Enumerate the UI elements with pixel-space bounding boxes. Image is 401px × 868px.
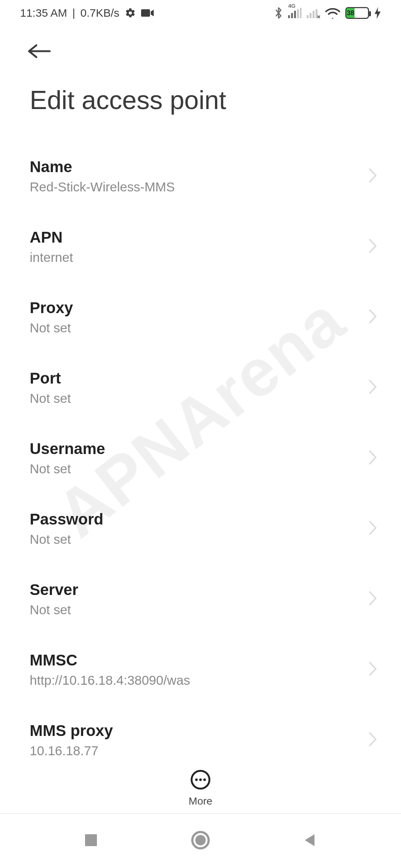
- chevron-right-icon: [368, 168, 378, 185]
- chevron-right-icon: [368, 591, 378, 608]
- row-label: Server: [30, 581, 78, 599]
- svg-rect-3: [294, 11, 296, 18]
- status-time: 11:35 AM: [20, 7, 67, 19]
- status-bar-left: 11:35 AM | 0.7KB/s: [20, 7, 154, 19]
- nav-recents-button[interactable]: [83, 832, 99, 850]
- row-label: Port: [30, 369, 71, 387]
- chevron-right-icon: [368, 379, 378, 396]
- status-bar-right: 4G 38: [275, 7, 381, 19]
- signal-4g-icon: 4G: [288, 8, 301, 18]
- row-label: Username: [30, 440, 105, 458]
- back-button[interactable]: [0, 33, 401, 70]
- status-data-rate: 0.7KB/s: [81, 7, 120, 19]
- svg-point-11: [195, 779, 198, 781]
- chevron-right-icon: [368, 520, 378, 537]
- row-label: Password: [30, 510, 103, 528]
- row-value: http://10.16.18.4:38090/was: [30, 673, 190, 688]
- circle-icon: [190, 830, 211, 851]
- camera-icon: [141, 9, 154, 17]
- svg-rect-5: [300, 8, 301, 18]
- row-password[interactable]: Password Not set: [0, 493, 401, 564]
- svg-rect-7: [310, 13, 312, 18]
- wifi-icon: [325, 7, 340, 19]
- battery-icon: 38: [345, 7, 369, 19]
- status-bar: 11:35 AM | 0.7KB/s 4G 38: [0, 0, 401, 26]
- row-label: MMSC: [30, 651, 190, 669]
- row-name[interactable]: Name Red-Stick-Wireless-MMS: [0, 141, 401, 211]
- row-label: Name: [30, 158, 175, 176]
- square-icon: [83, 832, 99, 848]
- nav-back-button[interactable]: [302, 832, 318, 850]
- row-value: Not set: [30, 461, 105, 476]
- svg-rect-0: [141, 9, 150, 17]
- row-value: 10.16.18.77: [30, 743, 113, 758]
- charging-icon: [374, 7, 381, 19]
- row-server[interactable]: Server Not set: [0, 564, 401, 634]
- chevron-right-icon: [368, 309, 378, 326]
- svg-point-12: [199, 779, 202, 781]
- svg-rect-8: [313, 11, 314, 18]
- row-proxy[interactable]: Proxy Not set: [0, 282, 401, 352]
- svg-rect-6: [307, 15, 309, 18]
- gear-icon: [125, 7, 136, 19]
- svg-rect-4: [297, 9, 299, 18]
- row-label: MMS proxy: [30, 722, 113, 740]
- nav-home-button[interactable]: [190, 830, 211, 852]
- row-value: Not set: [30, 391, 71, 406]
- svg-rect-2: [291, 13, 293, 18]
- row-port[interactable]: Port Not set: [0, 352, 401, 423]
- arrow-left-icon: [27, 44, 52, 59]
- row-mmsc[interactable]: MMSC http://10.16.18.4:38090/was: [0, 634, 401, 705]
- row-value: internet: [30, 250, 73, 265]
- settings-list: Name Red-Stick-Wireless-MMS APN internet…: [0, 141, 401, 775]
- row-username[interactable]: Username Not set: [0, 423, 401, 493]
- svg-rect-9: [316, 9, 317, 18]
- row-value: Red-Stick-Wireless-MMS: [30, 180, 175, 194]
- page-title: Edit access point: [0, 70, 401, 141]
- row-apn[interactable]: APN internet: [0, 211, 401, 282]
- row-mms-proxy[interactable]: MMS proxy 10.16.18.77: [0, 705, 401, 775]
- more-label: More: [189, 795, 212, 807]
- svg-rect-14: [85, 834, 97, 846]
- svg-rect-1: [288, 15, 290, 18]
- chevron-right-icon: [368, 238, 378, 255]
- battery-level: 38: [346, 8, 355, 18]
- row-value: Not set: [30, 532, 103, 547]
- row-label: Proxy: [30, 299, 73, 317]
- row-value: Not set: [30, 320, 73, 335]
- status-separator: |: [72, 7, 75, 19]
- chevron-right-icon: [368, 661, 378, 678]
- svg-point-16: [195, 835, 206, 845]
- bluetooth-icon: [275, 7, 283, 19]
- system-nav-bar: [0, 813, 401, 868]
- signal-4g-label: 4G: [288, 3, 296, 9]
- row-value: Not set: [30, 602, 78, 617]
- signal-nosim-icon: [307, 8, 320, 18]
- triangle-left-icon: [302, 832, 318, 848]
- chevron-right-icon: [368, 731, 378, 749]
- svg-point-13: [203, 779, 206, 781]
- row-label: APN: [30, 228, 73, 246]
- chevron-right-icon: [368, 450, 378, 467]
